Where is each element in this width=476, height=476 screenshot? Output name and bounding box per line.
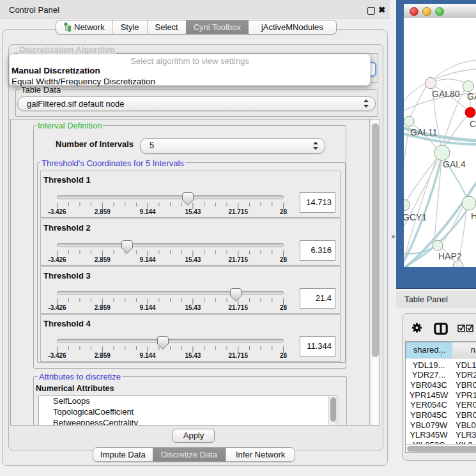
- svg-text:15.43: 15.43: [185, 304, 201, 311]
- svg-text:H: H: [471, 211, 476, 221]
- svg-text:28: 28: [280, 208, 288, 215]
- svg-text:GAL11: GAL11: [410, 127, 438, 137]
- svg-text:-3.426: -3.426: [48, 304, 66, 311]
- svg-text:2.859: 2.859: [95, 256, 111, 263]
- svg-text:9.144: 9.144: [140, 208, 156, 215]
- svg-text:GCY1: GCY1: [404, 212, 427, 222]
- svg-text:21.715: 21.715: [228, 304, 248, 311]
- svg-text:C: C: [470, 119, 476, 129]
- svg-text:15.43: 15.43: [185, 208, 201, 215]
- svg-text:28: 28: [280, 256, 288, 263]
- svg-text:15.43: 15.43: [185, 256, 201, 263]
- svg-text:GAL80: GAL80: [432, 89, 460, 99]
- svg-text:28: 28: [280, 352, 288, 359]
- svg-text:9.144: 9.144: [140, 352, 156, 359]
- svg-text:GA: GA: [467, 91, 476, 102]
- svg-text:15.43: 15.43: [185, 352, 201, 359]
- svg-text:28: 28: [280, 304, 288, 311]
- svg-text:9.144: 9.144: [140, 256, 156, 263]
- svg-text:GAL4: GAL4: [443, 159, 466, 169]
- svg-text:21.715: 21.715: [228, 352, 248, 359]
- svg-text:9.144: 9.144: [140, 304, 156, 311]
- svg-text:2.859: 2.859: [95, 304, 111, 311]
- svg-text:-3.426: -3.426: [48, 256, 66, 263]
- svg-text:21.715: 21.715: [228, 256, 248, 263]
- svg-text:-3.426: -3.426: [48, 208, 66, 215]
- svg-text:21.715: 21.715: [228, 208, 248, 215]
- svg-text:HAP2: HAP2: [438, 251, 462, 261]
- svg-text:2.859: 2.859: [95, 208, 111, 215]
- svg-text:-3.426: -3.426: [48, 352, 66, 359]
- svg-text:2.859: 2.859: [95, 352, 111, 359]
